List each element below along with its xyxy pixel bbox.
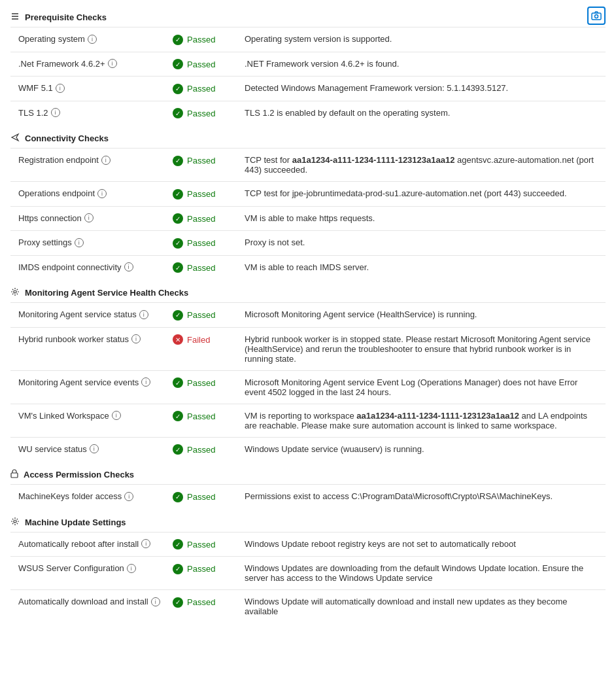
table-row: WU service statusi✓PassedWindows Update … xyxy=(10,437,606,461)
check-name-cell: .Net Framework 4.6.2+i xyxy=(10,52,167,77)
camera-icon[interactable] xyxy=(587,7,606,25)
check-name: MachineKeys folder accessi xyxy=(18,491,162,501)
check-name-label: Automatically download and install xyxy=(18,597,148,606)
table-row: Registration endpointi✓PassedTCP test fo… xyxy=(10,148,606,182)
check-name-cell: Operating systemi xyxy=(10,27,167,52)
table-row: Automatically reboot after installi✓Pass… xyxy=(10,533,606,557)
check-circle-icon: ✓ xyxy=(173,189,183,200)
info-icon[interactable]: i xyxy=(112,411,121,420)
status-badge: ✕Failed xyxy=(173,334,210,345)
status-badge: ✓Passed xyxy=(173,597,215,608)
info-icon[interactable]: i xyxy=(101,156,111,165)
status-badge: ✓Passed xyxy=(173,35,215,45)
description-cell: TCP test for aa1a1234-a111-1234-1111-123… xyxy=(239,148,606,182)
check-name: Automatically reboot after installi xyxy=(18,539,162,549)
status-badge: ✓Passed xyxy=(173,411,215,421)
info-icon[interactable]: i xyxy=(141,539,150,548)
section-title-monitoring-agent-checks: Monitoring Agent Service Health Checks xyxy=(25,288,188,298)
info-icon[interactable]: i xyxy=(56,84,65,93)
table-row: Hybrid runbook worker statusi✕FailedHybr… xyxy=(10,327,606,370)
check-name-cell: WSUS Server Configurationi xyxy=(10,557,167,590)
status-cell: ✓Passed xyxy=(167,437,239,461)
status-cell: ✓Passed xyxy=(167,148,239,182)
status-cell: ✓Passed xyxy=(167,370,239,404)
description-cell: TCP test for jpe-jobruntimedata-prod-su1… xyxy=(239,182,606,207)
info-icon[interactable]: i xyxy=(127,564,136,573)
section-prerequisite-checks: Prerequisite ChecksOperating systemi✓Pas… xyxy=(10,7,606,125)
info-icon[interactable]: i xyxy=(88,35,97,44)
svg-rect-0 xyxy=(592,13,601,20)
status-text: Passed xyxy=(187,214,215,224)
section-icon-lock xyxy=(10,469,18,480)
check-name-cell: TLS 1.2i xyxy=(10,101,167,125)
check-name-label: WU service status xyxy=(18,444,87,454)
info-icon[interactable]: i xyxy=(97,189,107,198)
description-cell: Windows Update service (wuauserv) is run… xyxy=(239,437,606,461)
check-circle-icon: ✓ xyxy=(173,156,183,166)
check-name-label: Https connection xyxy=(18,213,82,223)
table-row: IMDS endpoint connectivityi✓PassedVM is … xyxy=(10,255,606,279)
check-name-label: Operating system xyxy=(18,34,85,44)
check-circle-icon: ✓ xyxy=(173,597,183,608)
check-name-cell: Monitoring Agent service statusi xyxy=(10,303,167,327)
check-name: Hybrid runbook worker statusi xyxy=(18,334,162,344)
status-cell: ✕Failed xyxy=(167,327,239,370)
info-icon[interactable]: i xyxy=(131,334,141,343)
check-name-cell: Monitoring Agent service eventsi xyxy=(10,370,167,404)
status-text: Passed xyxy=(187,263,215,273)
check-name: WSUS Server Configurationi xyxy=(18,563,162,573)
check-name-label: Monitoring Agent service events xyxy=(18,377,139,387)
info-icon[interactable]: i xyxy=(75,238,84,247)
description-cell: VM is able to reach IMDS server. xyxy=(239,255,606,279)
description-cell: Microsoft Monitoring Agent service Event… xyxy=(239,370,606,404)
section-machine-update-settings: Machine Update SettingsAutomatically reb… xyxy=(10,512,606,623)
info-icon[interactable]: i xyxy=(139,310,148,319)
check-name-cell: Operations endpointi xyxy=(10,182,167,207)
check-circle-icon: ✓ xyxy=(173,564,183,574)
section-icon-gear2 xyxy=(10,517,20,528)
svg-point-5 xyxy=(14,290,16,293)
description-cell: Microsoft Monitoring Agent service (Heal… xyxy=(239,303,606,327)
check-circle-icon: ✓ xyxy=(173,411,183,421)
check-name-label: MachineKeys folder access xyxy=(18,491,122,501)
status-cell: ✓Passed xyxy=(167,182,239,207)
table-row: TLS 1.2i✓PassedTLS 1.2 is enabled by def… xyxy=(10,101,606,125)
description-cell: VM is reporting to workspace aa1a1234-a1… xyxy=(239,404,606,437)
table-row: Operating systemi✓PassedOperating system… xyxy=(10,27,606,52)
check-name-label: Operations endpoint xyxy=(18,188,95,198)
info-icon[interactable]: i xyxy=(84,213,94,222)
status-badge: ✓Passed xyxy=(173,84,215,94)
info-icon[interactable]: i xyxy=(141,377,150,387)
status-badge: ✓Passed xyxy=(173,310,215,321)
check-name: WMF 5.1i xyxy=(18,83,162,93)
check-name-label: WMF 5.1 xyxy=(18,83,53,93)
check-circle-icon: ✓ xyxy=(173,35,183,45)
info-icon[interactable]: i xyxy=(124,262,133,271)
info-icon[interactable]: i xyxy=(124,492,133,501)
status-text: Passed xyxy=(187,35,215,44)
description-cell: Operating system version is supported. xyxy=(239,27,606,52)
status-badge: ✓Passed xyxy=(173,108,215,118)
section-title-prerequisite-checks: Prerequisite Checks xyxy=(25,12,107,22)
description-cell: VM is able to make https requests. xyxy=(239,206,606,231)
section-header-prerequisite-checks: Prerequisite Checks xyxy=(10,7,606,27)
check-circle-icon: ✓ xyxy=(173,238,183,249)
info-icon[interactable]: i xyxy=(51,108,60,117)
info-icon[interactable]: i xyxy=(90,444,99,453)
description-cell: Windows Updates are downloading from the… xyxy=(239,557,606,590)
check-name: Operating systemi xyxy=(18,34,162,44)
table-row: Proxy settingsi✓PassedProxy is not set. xyxy=(10,231,606,256)
check-name-label: TLS 1.2 xyxy=(18,108,48,118)
info-icon[interactable]: i xyxy=(108,59,117,68)
check-name: VM's Linked Workspacei xyxy=(18,411,162,421)
status-cell: ✓Passed xyxy=(167,255,239,279)
check-name: Registration endpointi xyxy=(18,155,162,165)
check-circle-icon: ✓ xyxy=(173,492,183,502)
status-badge: ✓Passed xyxy=(173,539,215,550)
check-circle-icon: ✓ xyxy=(173,444,183,455)
description-cell: TLS 1.2 is enabled by default on the ope… xyxy=(239,101,606,125)
check-name-label: Automatically reboot after install xyxy=(18,539,139,549)
svg-point-7 xyxy=(14,520,16,523)
status-cell: ✓Passed xyxy=(167,52,239,77)
info-icon[interactable]: i xyxy=(151,597,160,606)
